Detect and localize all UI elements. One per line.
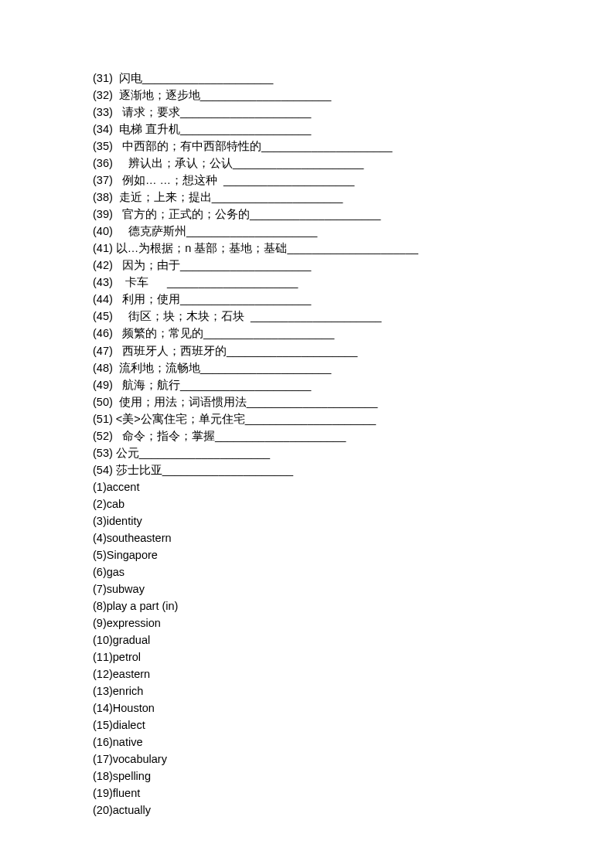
item-text: 电梯 直升机_____________________ — [113, 123, 311, 135]
item-text: 街区；块；木块；石块 _____________________ — [113, 310, 382, 322]
item-number: (41) — [93, 242, 113, 254]
answer-item: (15)dialect — [93, 717, 614, 734]
item-number: (34) — [93, 123, 113, 135]
answer-item: (8)play a part (in) — [93, 597, 614, 614]
answer-number: (5) — [93, 549, 107, 561]
answers-section: (1)accent(2)cab(3)identity(4)southeaster… — [93, 478, 614, 819]
item-text: 走近；上来；提出_____________________ — [113, 191, 343, 203]
answer-number: (4) — [93, 532, 107, 544]
answer-number: (14) — [93, 702, 113, 714]
answer-item: (6)gas — [93, 563, 614, 580]
answer-text: gas — [107, 566, 125, 578]
item-text: 卡车 _____________________ — [113, 276, 298, 288]
item-number: (44) — [93, 293, 113, 305]
item-text: 官方的；正式的；公务的_____________________ — [113, 208, 380, 220]
item-number: (48) — [93, 362, 113, 374]
item-number: (53) — [93, 447, 113, 459]
answer-item: (18)spelling — [93, 768, 614, 785]
answer-number: (7) — [93, 583, 107, 595]
fill-item: (42) 因为；由于_____________________ — [93, 257, 614, 274]
item-number: (45) — [93, 310, 113, 322]
fill-item: (32) 逐渐地；逐步地_____________________ — [93, 87, 614, 104]
answer-number: (2) — [93, 498, 107, 510]
item-number: (36) — [93, 157, 113, 169]
fill-item: (44) 利用；使用_____________________ — [93, 291, 614, 308]
item-number: (32) — [93, 89, 113, 101]
item-number: (46) — [93, 327, 113, 339]
answer-text: southeastern — [107, 532, 172, 544]
answer-text: identity — [107, 515, 142, 527]
item-text: 以…为根据；n 基部；基地；基础_____________________ — [113, 242, 418, 254]
fill-item: (36) 辨认出；承认；公认_____________________ — [93, 155, 614, 172]
item-text: 因为；由于_____________________ — [113, 259, 311, 271]
answer-text: gradual — [113, 634, 150, 646]
item-number: (38) — [93, 191, 113, 203]
fill-item: (49) 航海；航行_____________________ — [93, 376, 614, 393]
answer-text: spelling — [113, 770, 151, 782]
item-number: (31) — [93, 72, 113, 84]
item-text: 例如… …；想这种 _____________________ — [113, 174, 355, 186]
answer-number: (1) — [93, 481, 107, 493]
answer-item: (7)subway — [93, 580, 614, 597]
fill-item: (52) 命令；指令；掌握_____________________ — [93, 427, 614, 444]
item-number: (37) — [93, 174, 113, 186]
item-number: (49) — [93, 379, 113, 391]
answer-text: accent — [107, 481, 140, 493]
answer-number: (13) — [93, 685, 113, 697]
item-number: (39) — [93, 208, 113, 220]
answer-text: cab — [107, 498, 125, 510]
item-number: (35) — [93, 140, 113, 152]
answer-item: (13)enrich — [93, 682, 614, 700]
item-text: 命令；指令；掌握_____________________ — [113, 430, 346, 442]
item-text: <美>公寓住宅；单元住宅_____________________ — [113, 413, 376, 425]
answer-text: play a part (in) — [107, 600, 179, 612]
item-number: (33) — [93, 106, 113, 118]
fill-item: (37) 例如… …；想这种 _____________________ — [93, 172, 614, 189]
answer-item: (14)Houston — [93, 700, 614, 717]
answer-item: (4)southeastern — [93, 529, 614, 546]
item-number: (52) — [93, 430, 113, 442]
item-text: 逐渐地；逐步地_____________________ — [113, 89, 331, 101]
item-text: 请求；要求_____________________ — [113, 106, 311, 118]
item-text: 闪电_____________________ — [113, 72, 273, 84]
item-text: 流利地；流畅地_____________________ — [113, 362, 331, 374]
answer-number: (11) — [93, 651, 113, 663]
document-page: (31) 闪电_____________________(32) 逐渐地；逐步地… — [0, 0, 614, 819]
answer-number: (16) — [93, 736, 113, 748]
answer-item: (1)accent — [93, 478, 614, 495]
answer-text: actually — [113, 804, 151, 816]
fill-item: (31) 闪电_____________________ — [93, 70, 614, 87]
item-text: 公元_____________________ — [113, 447, 270, 459]
answer-number: (19) — [93, 787, 113, 799]
answer-item: (5)Singapore — [93, 546, 614, 563]
answer-number: (8) — [93, 600, 107, 612]
item-number: (42) — [93, 259, 113, 271]
fill-item: (46) 频繁的；常见的_____________________ — [93, 325, 614, 342]
answer-item: (11)petrol — [93, 648, 614, 665]
item-number: (40) — [93, 225, 113, 237]
answer-text: Singapore — [107, 549, 158, 561]
answer-text: subway — [107, 583, 145, 595]
fill-item: (39) 官方的；正式的；公务的_____________________ — [93, 206, 614, 223]
answer-item: (16)native — [93, 734, 614, 751]
answer-text: native — [113, 736, 143, 748]
fill-item: (50) 使用；用法；词语惯用法_____________________ — [93, 393, 614, 410]
item-number: (51) — [93, 413, 113, 425]
answer-item: (9)expression — [93, 614, 614, 631]
fill-in-section: (31) 闪电_____________________(32) 逐渐地；逐步地… — [93, 70, 614, 478]
answer-text: expression — [107, 617, 161, 629]
answer-item: (3)identity — [93, 512, 614, 529]
answer-item: (20)actually — [93, 802, 614, 819]
item-number: (47) — [93, 345, 113, 357]
item-number: (50) — [93, 396, 113, 408]
item-number: (54) — [93, 464, 113, 476]
item-text: 辨认出；承认；公认_____________________ — [113, 157, 364, 169]
answer-item: (2)cab — [93, 495, 614, 512]
answer-number: (3) — [93, 515, 107, 527]
answer-number: (6) — [93, 566, 107, 578]
fill-item: (40) 德克萨斯州_____________________ — [93, 223, 614, 240]
answer-text: vocabulary — [113, 753, 167, 765]
answer-item: (10)gradual — [93, 631, 614, 648]
answer-number: (12) — [93, 668, 113, 680]
answer-text: petrol — [113, 651, 141, 663]
